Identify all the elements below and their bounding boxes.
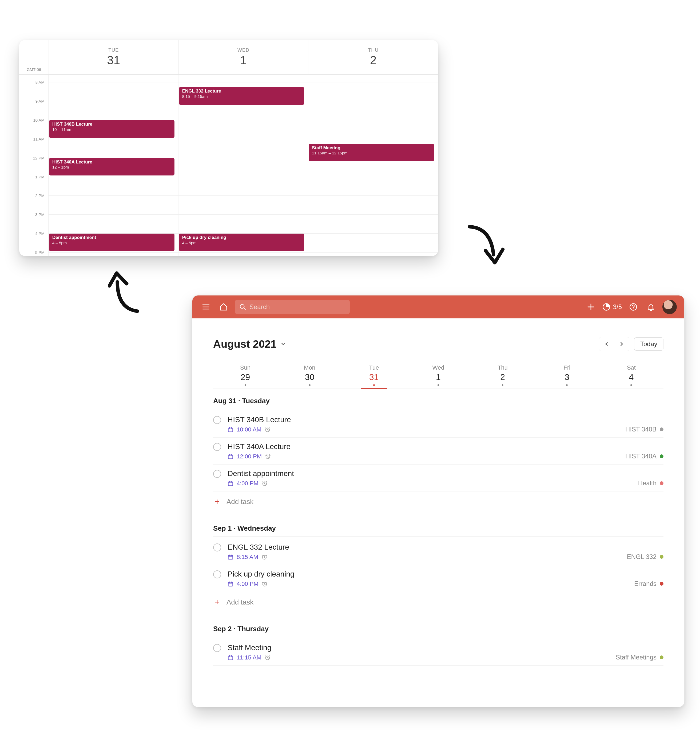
- search-box[interactable]: [235, 300, 350, 314]
- gcal-day-column-tue[interactable]: HIST 340B Lecture10 – 11amHIST 340A Lect…: [49, 75, 179, 256]
- add-task-button[interactable]: +Add task: [213, 491, 663, 522]
- project-color-dot-icon: [660, 427, 663, 431]
- section-header: Aug 31 · Tuesday: [213, 397, 663, 409]
- gcal-daynum: 1: [240, 54, 246, 67]
- task-project-name: Errands: [634, 580, 657, 588]
- project-color-dot-icon: [660, 555, 663, 559]
- task-project[interactable]: HIST 340B: [625, 426, 663, 433]
- alarm-icon: [265, 655, 271, 661]
- week-day[interactable]: Wed1: [406, 364, 470, 386]
- week-day[interactable]: Thu2: [471, 364, 535, 386]
- search-icon: [239, 304, 246, 310]
- calendar-event[interactable]: ENGL 332 Lecture8:15 – 9:15am: [179, 87, 304, 105]
- week-day[interactable]: Mon30: [277, 364, 342, 386]
- task-checkbox[interactable]: [213, 570, 221, 579]
- task-meta: 4:00 PM: [228, 480, 663, 487]
- week-day-dow: Sun: [240, 364, 250, 371]
- month-title-button[interactable]: August 2021: [213, 338, 286, 350]
- week-day[interactable]: Tue31: [342, 364, 406, 386]
- avatar[interactable]: [663, 300, 677, 314]
- task-checkbox[interactable]: [213, 443, 221, 451]
- event-time: 11:15am – 12:15pm: [312, 151, 347, 155]
- search-input[interactable]: [249, 303, 346, 311]
- arrow-to-todoist-icon: [464, 223, 507, 276]
- plus-icon: +: [213, 497, 221, 507]
- week-nav: [599, 337, 629, 351]
- gcal-body: 8 AM9 AM10 AM11 AM12 PM1 PM2 PM3 PM4 PM5…: [19, 75, 438, 256]
- task-checkbox[interactable]: [213, 644, 221, 652]
- calendar-event[interactable]: Dentist appointment4 – 5pm: [49, 233, 174, 251]
- calendar-icon: [228, 581, 234, 587]
- todoist-window: 3/5 August 2021: [192, 295, 685, 707]
- task-row[interactable]: Dentist appointment4:00 PMHealth: [213, 464, 663, 491]
- month-title: August 2021: [213, 338, 277, 350]
- week-day-dow: Thu: [497, 364, 508, 371]
- week-day[interactable]: Fri3: [535, 364, 599, 386]
- event-time: 12 – 1pm: [52, 165, 69, 169]
- plus-icon: [586, 302, 596, 311]
- gcal-time-gutter: 8 AM9 AM10 AM11 AM12 PM1 PM2 PM3 PM4 PM5…: [19, 75, 49, 256]
- menu-button[interactable]: [200, 301, 212, 313]
- task-checkbox[interactable]: [213, 470, 221, 478]
- task-row[interactable]: Staff Meeting11:15 AMStaff Meetings: [213, 639, 663, 666]
- task-project[interactable]: Health: [638, 479, 663, 487]
- week-day-dow: Fri: [563, 364, 570, 371]
- week-day[interactable]: Sat4: [599, 364, 663, 386]
- productivity-icon: [602, 303, 611, 311]
- week-strip: Sun29Mon30Tue31Wed1Thu2Fri3Sat4: [213, 364, 663, 389]
- task-meta: 12:00 PM: [228, 453, 663, 460]
- add-task-label: Add task: [226, 498, 253, 506]
- gcal-day-header[interactable]: THU 2: [308, 40, 438, 74]
- calendar-event[interactable]: HIST 340B Lecture10 – 11am: [49, 120, 174, 138]
- task-project[interactable]: ENGL 332: [627, 553, 663, 561]
- gcal-hour-label: 5 PM: [35, 250, 45, 254]
- gcal-day-header[interactable]: TUE 31: [49, 40, 179, 74]
- project-color-dot-icon: [660, 481, 663, 485]
- task-project[interactable]: Staff Meetings: [616, 653, 663, 661]
- notifications-button[interactable]: [645, 301, 657, 313]
- task-row[interactable]: HIST 340A Lecture12:00 PMHIST 340A: [213, 437, 663, 464]
- next-week-button[interactable]: [614, 337, 629, 351]
- add-button[interactable]: [585, 301, 597, 313]
- today-button[interactable]: Today: [634, 337, 663, 351]
- week-day-dow: Tue: [369, 364, 379, 371]
- gcal-header: GMT-06 TUE 31 WED 1 THU 2: [19, 40, 438, 75]
- gcal-day-column-thu[interactable]: Staff Meeting11:15am – 12:15pm: [308, 75, 438, 256]
- task-name: HIST 340A Lecture: [228, 442, 663, 451]
- week-day-num: 1: [436, 372, 441, 382]
- gcal-day-column-wed[interactable]: ENGL 332 Lecture8:15 – 9:15amPick up dry…: [179, 75, 308, 256]
- gcal-day-header[interactable]: WED 1: [179, 40, 308, 74]
- plus-icon: +: [213, 597, 221, 607]
- prev-week-button[interactable]: [599, 337, 614, 351]
- event-time: 10 – 11am: [52, 127, 71, 132]
- calendar-event[interactable]: Staff Meeting11:15am – 12:15pm: [309, 144, 434, 162]
- week-day-dot-icon: [245, 384, 246, 386]
- week-day-num: 2: [500, 372, 505, 382]
- add-task-button[interactable]: +Add task: [213, 592, 663, 622]
- week-day-dot-icon: [566, 384, 568, 386]
- task-main: Dentist appointment4:00 PM: [228, 469, 663, 487]
- home-button[interactable]: [217, 301, 230, 313]
- week-day-dow: Mon: [304, 364, 315, 371]
- week-day[interactable]: Sun29: [213, 364, 277, 386]
- bell-icon: [647, 303, 655, 311]
- arrow-from-calendar-icon: [108, 267, 144, 315]
- calendar-event[interactable]: Pick up dry cleaning4 – 5pm: [179, 233, 304, 251]
- task-meta: 10:00 AM: [228, 426, 663, 433]
- task-checkbox[interactable]: [213, 543, 221, 552]
- week-day-dot-icon: [438, 384, 439, 386]
- productivity-button[interactable]: 3/5: [602, 301, 622, 313]
- task-row[interactable]: Pick up dry cleaning4:00 PMErrands: [213, 565, 663, 592]
- calendar-event[interactable]: HIST 340A Lecture12 – 1pm: [49, 158, 174, 176]
- help-button[interactable]: [627, 301, 639, 313]
- task-checkbox[interactable]: [213, 416, 221, 424]
- task-time: 12:00 PM: [237, 453, 262, 460]
- task-project-name: ENGL 332: [627, 553, 657, 561]
- calendar-icon: [228, 481, 234, 487]
- calendar-icon: [228, 427, 234, 433]
- svg-rect-14: [228, 656, 233, 660]
- task-project[interactable]: HIST 340A: [625, 452, 663, 460]
- task-row[interactable]: ENGL 332 Lecture8:15 AMENGL 332: [213, 538, 663, 565]
- task-row[interactable]: HIST 340B Lecture10:00 AMHIST 340B: [213, 411, 663, 437]
- task-project[interactable]: Errands: [634, 580, 663, 588]
